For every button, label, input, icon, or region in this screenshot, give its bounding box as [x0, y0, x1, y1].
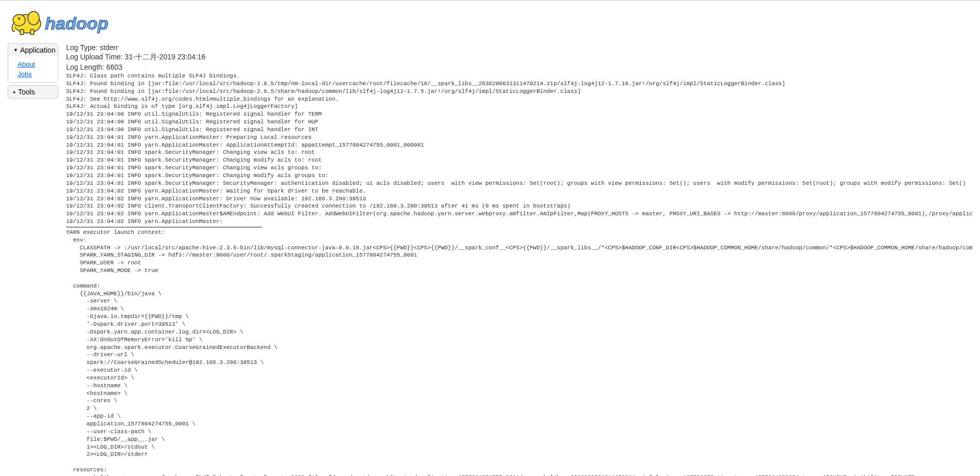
nav-panel-application: ▼ Application About Jobs [8, 43, 58, 83]
log-type: Log Type: stderr [66, 43, 972, 52]
log-content-block2: YARN executor launch context: env: CLASS… [66, 229, 972, 476]
main-content: Log Type: stderr Log Upload Time: 31-十二月… [58, 43, 972, 476]
chevron-down-icon: ▼ [13, 47, 18, 53]
page-header: hadoop [0, 1, 980, 43]
nav-link-jobs[interactable]: Jobs [8, 69, 58, 79]
svg-point-1 [28, 11, 39, 25]
svg-text:hadoop: hadoop [45, 13, 108, 33]
nav-header-application[interactable]: ▼ Application [8, 44, 58, 56]
hadoop-logo: hadoop [8, 6, 134, 38]
nav-header-application-label: Application [20, 46, 56, 54]
nav-panel-tools: ▸ Tools [8, 85, 58, 99]
svg-rect-5 [30, 29, 34, 35]
nav-header-tools-label: Tools [18, 88, 35, 96]
log-content-block1: SLF4J: Class path contains multiple SLF4… [66, 72, 972, 226]
sidebar: ▼ Application About Jobs ▸ Tools [8, 43, 58, 476]
log-upload-time: Log Upload Time: 31-十二月-2019 23:04:16 [66, 53, 972, 62]
log-divider [66, 227, 262, 228]
svg-point-3 [18, 18, 20, 20]
nav-link-about[interactable]: About [8, 59, 58, 69]
chevron-right-icon: ▸ [13, 89, 16, 94]
log-length: Log Length: 6603 [66, 63, 972, 71]
svg-rect-4 [20, 29, 24, 35]
nav-header-tools[interactable]: ▸ Tools [8, 86, 58, 98]
